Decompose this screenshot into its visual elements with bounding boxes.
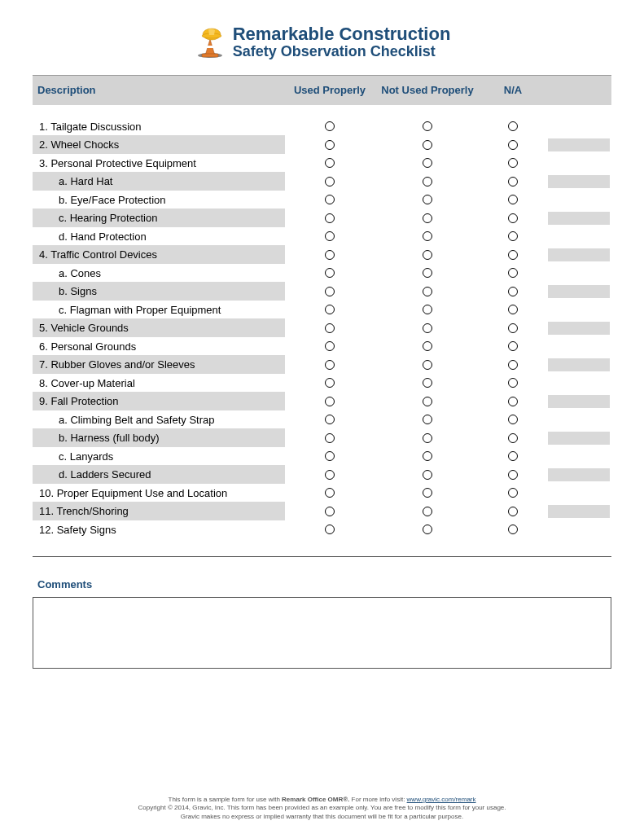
bubble-used-properly[interactable] <box>325 341 335 351</box>
bubble-na[interactable] <box>508 415 518 424</box>
write-in-field[interactable] <box>548 138 610 151</box>
bubble-used-properly[interactable] <box>325 360 335 370</box>
bubble-not-used-properly[interactable] <box>423 158 432 168</box>
bubble-na[interactable] <box>508 397 518 406</box>
write-in-field[interactable] <box>548 212 610 225</box>
bubble-not-used-properly[interactable] <box>423 360 432 370</box>
checklist-row: b. Signs <box>33 282 611 301</box>
bubble-used-properly[interactable] <box>325 433 335 443</box>
write-in-field[interactable] <box>548 432 610 445</box>
bubble-not-used-properly[interactable] <box>423 323 432 333</box>
row-label: a. Hard Hat <box>33 175 285 187</box>
bubble-na[interactable] <box>508 341 518 351</box>
bubble-used-properly[interactable] <box>325 231 335 241</box>
bubble-used-properly[interactable] <box>325 177 335 187</box>
bubble-not-used-properly[interactable] <box>423 488 432 498</box>
row-label: 5. Vehicle Grounds <box>33 322 285 334</box>
bubble-na[interactable] <box>508 250 518 260</box>
row-label: 1. Tailgate Discussion <box>33 121 285 133</box>
bubble-used-properly[interactable] <box>325 140 335 150</box>
bubble-not-used-properly[interactable] <box>423 397 432 406</box>
comments-label: Comments <box>33 578 611 590</box>
bubble-used-properly[interactable] <box>325 323 335 333</box>
bubble-not-used-properly[interactable] <box>423 305 432 314</box>
bubble-na[interactable] <box>508 470 518 480</box>
write-in-field[interactable] <box>548 505 610 518</box>
footer-link[interactable]: www.gravic.com/remark <box>407 796 476 803</box>
bubble-used-properly[interactable] <box>325 195 335 204</box>
checklist-row: a. Cones <box>33 264 611 283</box>
bubble-na[interactable] <box>508 177 518 187</box>
bubble-not-used-properly[interactable] <box>423 470 432 480</box>
bubble-used-properly[interactable] <box>325 397 335 406</box>
write-in-field[interactable] <box>548 358 610 371</box>
write-in-field[interactable] <box>548 395 610 408</box>
bubble-not-used-properly[interactable] <box>423 250 432 260</box>
bubble-used-properly[interactable] <box>325 250 335 260</box>
bubble-used-properly[interactable] <box>325 415 335 424</box>
bubble-na[interactable] <box>508 140 518 150</box>
bubble-not-used-properly[interactable] <box>423 140 432 150</box>
bubble-used-properly[interactable] <box>325 268 335 278</box>
checklist-row: 5. Vehicle Grounds <box>33 318 611 337</box>
bubble-not-used-properly[interactable] <box>423 415 432 424</box>
checklist-row: 7. Rubber Gloves and/or Sleeves <box>33 355 611 374</box>
bubble-not-used-properly[interactable] <box>423 378 432 388</box>
bubble-na[interactable] <box>508 158 518 168</box>
checklist-row: 9. Fall Protection <box>33 392 611 410</box>
col-header-description: Description <box>33 84 285 96</box>
bubble-used-properly[interactable] <box>325 488 335 498</box>
bubble-not-used-properly[interactable] <box>423 231 432 241</box>
bubble-na[interactable] <box>508 231 518 241</box>
bubble-used-properly[interactable] <box>325 121 335 131</box>
bubble-not-used-properly[interactable] <box>423 525 432 534</box>
write-in-field[interactable] <box>548 322 610 335</box>
bubble-not-used-properly[interactable] <box>423 195 432 204</box>
row-label: a. Climbing Belt and Safety Strap <box>33 414 285 426</box>
bubble-used-properly[interactable] <box>325 158 335 168</box>
bubble-used-properly[interactable] <box>325 305 335 314</box>
checklist-row: d. Ladders Secured <box>33 465 611 484</box>
bubble-na[interactable] <box>508 323 518 333</box>
bubble-na[interactable] <box>508 507 518 516</box>
bubble-not-used-properly[interactable] <box>423 341 432 351</box>
write-in-field[interactable] <box>548 175 610 188</box>
comments-input[interactable] <box>33 597 611 669</box>
write-in-field[interactable] <box>548 468 610 481</box>
bubble-na[interactable] <box>508 433 518 443</box>
bubble-used-properly[interactable] <box>325 451 335 461</box>
bubble-not-used-properly[interactable] <box>423 213 432 223</box>
bubble-used-properly[interactable] <box>325 525 335 534</box>
bubble-used-properly[interactable] <box>325 507 335 516</box>
checklist-row: d. Hand Protection <box>33 227 611 246</box>
bubble-na[interactable] <box>508 378 518 388</box>
bubble-na[interactable] <box>508 488 518 498</box>
bubble-used-properly[interactable] <box>325 213 335 223</box>
bubble-not-used-properly[interactable] <box>423 433 432 443</box>
bubble-na[interactable] <box>508 525 518 534</box>
bubble-used-properly[interactable] <box>325 470 335 480</box>
bubble-not-used-properly[interactable] <box>423 451 432 461</box>
col-header-used: Used Properly <box>285 84 375 96</box>
bubble-na[interactable] <box>508 360 518 370</box>
bubble-na[interactable] <box>508 121 518 131</box>
bubble-na[interactable] <box>508 451 518 461</box>
bubble-not-used-properly[interactable] <box>423 287 432 296</box>
write-in-field[interactable] <box>548 285 610 298</box>
bubble-na[interactable] <box>508 195 518 204</box>
footer: This form is a sample form for use with … <box>0 796 644 821</box>
bubble-na[interactable] <box>508 213 518 223</box>
write-in-field[interactable] <box>548 248 610 261</box>
bubble-used-properly[interactable] <box>325 378 335 388</box>
bubble-not-used-properly[interactable] <box>423 268 432 278</box>
bubble-not-used-properly[interactable] <box>423 177 432 187</box>
bubble-na[interactable] <box>508 268 518 278</box>
bubble-na[interactable] <box>508 305 518 314</box>
bubble-not-used-properly[interactable] <box>423 507 432 516</box>
checklist-row: 11. Trench/Shoring <box>33 502 611 520</box>
bubble-na[interactable] <box>508 287 518 296</box>
bubble-not-used-properly[interactable] <box>423 121 432 131</box>
checklist-row: 3. Personal Protective Equipment <box>33 154 611 173</box>
bubble-used-properly[interactable] <box>325 287 335 296</box>
footer-text-1c: For more info visit: <box>349 796 406 803</box>
